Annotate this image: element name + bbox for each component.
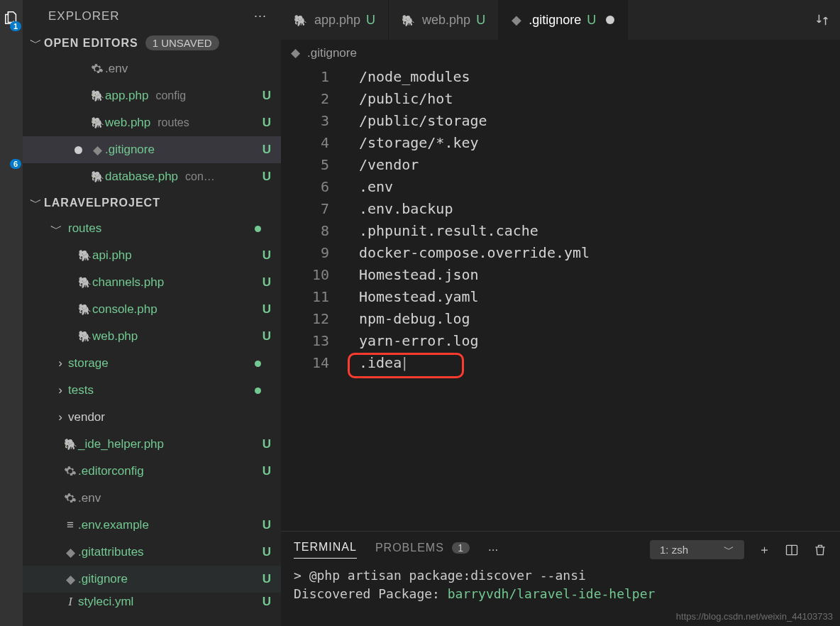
tab-git-status: U: [366, 13, 375, 28]
terminal-select[interactable]: 1: zsh ﹀: [650, 540, 744, 559]
tab-actions: [805, 0, 840, 40]
gear-icon: [91, 62, 104, 75]
file-name: web.php: [92, 329, 138, 344]
unsaved-badge: 1 UNSAVED: [145, 35, 219, 50]
git-status: U: [262, 302, 271, 317]
open-editors-header[interactable]: ﹀ OPEN EDITORS 1 UNSAVED: [23, 31, 281, 55]
open-editor-item[interactable]: 🐘 web.php routes U: [23, 109, 281, 136]
file-item[interactable]: 🐘 web.php U: [23, 323, 281, 350]
folder-item[interactable]: › storage: [23, 350, 281, 377]
code-line[interactable]: 6.env: [281, 176, 840, 198]
line-content: yarn-error.log: [339, 330, 840, 352]
folder-item[interactable]: › vendor: [23, 404, 281, 431]
code-line[interactable]: 9docker-compose.override.yml: [281, 242, 840, 264]
file-item[interactable]: .env: [23, 485, 281, 512]
file-item[interactable]: ≡ .env.example U: [23, 512, 281, 539]
git-status: U: [262, 595, 271, 609]
php-icon: 🐘: [64, 438, 77, 451]
folder-name: vendor: [68, 410, 105, 424]
split-terminal-icon[interactable]: [785, 543, 799, 557]
code-line[interactable]: 10Homestead.json: [281, 264, 840, 286]
scm-badge: 6: [10, 159, 21, 169]
php-icon: 🐘: [91, 89, 104, 102]
file-item[interactable]: 🐘 _ide_helper.php U: [23, 431, 281, 458]
folder-name: storage: [68, 356, 109, 370]
php-icon: 🐘: [78, 330, 92, 343]
editor-tab[interactable]: ◆ .gitignore U: [499, 0, 628, 40]
file-item[interactable]: .editorconfig U: [23, 458, 281, 485]
trash-icon[interactable]: [813, 543, 827, 557]
file-item[interactable]: I styleci.yml U: [23, 593, 281, 611]
explorer-badge: 1: [10, 21, 21, 31]
line-number: 6: [281, 176, 339, 198]
file-item[interactable]: ◆ .gitignore U: [23, 566, 281, 593]
project-header[interactable]: ﹀ LARAVELPROJECT: [23, 190, 281, 215]
file-name: .env: [105, 62, 128, 76]
file-name: .env: [78, 491, 101, 505]
explorer-sidebar: EXPLORER ··· ﹀ OPEN EDITORS 1 UNSAVED .e…: [23, 0, 281, 626]
code-line[interactable]: 4/storage/*.key: [281, 132, 840, 154]
git-status: U: [262, 329, 271, 344]
code-line[interactable]: 3/public/storage: [281, 110, 840, 132]
file-item[interactable]: 🐘 channels.php U: [23, 269, 281, 296]
line-number: 5: [281, 154, 339, 176]
line-number: 14: [281, 352, 339, 374]
editor-tab[interactable]: 🐘 web.php U: [389, 0, 499, 40]
line-content: /storage/*.key: [339, 132, 840, 154]
terminal-tab[interactable]: TERMINAL: [294, 541, 357, 559]
breadcrumb[interactable]: ◆ .gitignore: [281, 40, 840, 66]
code-line[interactable]: 5/vendor: [281, 154, 840, 176]
code-line[interactable]: 1/node_modules: [281, 66, 840, 88]
folder-item[interactable]: › tests: [23, 377, 281, 404]
folder-name: routes: [68, 221, 101, 236]
open-editors-title: OPEN EDITORS: [44, 37, 138, 50]
php-icon: 🐘: [78, 303, 92, 316]
sidebar-more-icon[interactable]: ···: [254, 9, 267, 23]
code-line[interactable]: 13yarn-error.log: [281, 330, 840, 352]
git-status: U: [262, 464, 271, 478]
chevron-icon: ﹀: [23, 221, 68, 237]
compare-changes-icon[interactable]: [814, 12, 830, 28]
git-status: U: [262, 116, 271, 130]
file-name: styleci.yml: [78, 595, 133, 609]
diamond-icon: ◆: [66, 572, 75, 587]
code-line[interactable]: 14.idea: [281, 352, 840, 374]
file-name: _ide_helper.php: [78, 437, 164, 451]
terminal-output[interactable]: > @php artisan package:discover --ansi D…: [281, 562, 840, 603]
file-name: app.php: [105, 89, 148, 103]
terminal-line: Discovered Package: barryvdh/laravel-ide…: [294, 585, 827, 603]
editor-tabs: 🐘 app.php U 🐘 web.php U ◆ .gitignore U: [281, 0, 840, 40]
git-dot-icon: [255, 388, 261, 394]
panel-more-icon[interactable]: ···: [488, 543, 498, 557]
new-terminal-icon[interactable]: ＋: [758, 542, 770, 558]
line-content: .phpunit.result.cache: [339, 220, 840, 242]
code-line[interactable]: 12npm-debug.log: [281, 308, 840, 330]
open-editor-item[interactable]: .env: [23, 55, 281, 82]
sidebar-title: EXPLORER: [48, 9, 120, 23]
chevron-down-icon: ﹀: [27, 194, 44, 211]
file-detail: con…: [185, 170, 215, 183]
open-editor-item[interactable]: 🐘 app.php config U: [23, 82, 281, 109]
file-name: api.php: [92, 248, 132, 263]
open-editor-item[interactable]: 🐘 database.php con… U: [23, 163, 281, 190]
git-status: U: [262, 170, 271, 184]
code-line[interactable]: 7.env.backup: [281, 198, 840, 220]
open-editor-item[interactable]: ◆ .gitignore U: [23, 136, 281, 163]
line-number: 13: [281, 330, 339, 352]
file-name: .gitignore: [78, 572, 128, 586]
file-name: web.php: [105, 116, 150, 130]
code-line[interactable]: 11Homestead.yaml: [281, 286, 840, 308]
editor-tab[interactable]: 🐘 app.php U: [281, 0, 389, 40]
file-name: database.php: [105, 170, 178, 184]
tab-git-status: U: [476, 13, 485, 28]
code-editor[interactable]: 1/node_modules2/public/hot3/public/stora…: [281, 66, 840, 531]
folder-item[interactable]: ﹀ routes: [23, 215, 281, 242]
code-line[interactable]: 2/public/hot: [281, 88, 840, 110]
file-name: channels.php: [92, 275, 164, 290]
file-item[interactable]: ◆ .gitattributes U: [23, 539, 281, 566]
file-item[interactable]: 🐘 api.php U: [23, 242, 281, 269]
code-line[interactable]: 8.phpunit.result.cache: [281, 220, 840, 242]
gear-icon: [64, 465, 77, 478]
problems-tab[interactable]: PROBLEMS 1: [375, 542, 470, 559]
file-item[interactable]: 🐘 console.php U: [23, 296, 281, 323]
